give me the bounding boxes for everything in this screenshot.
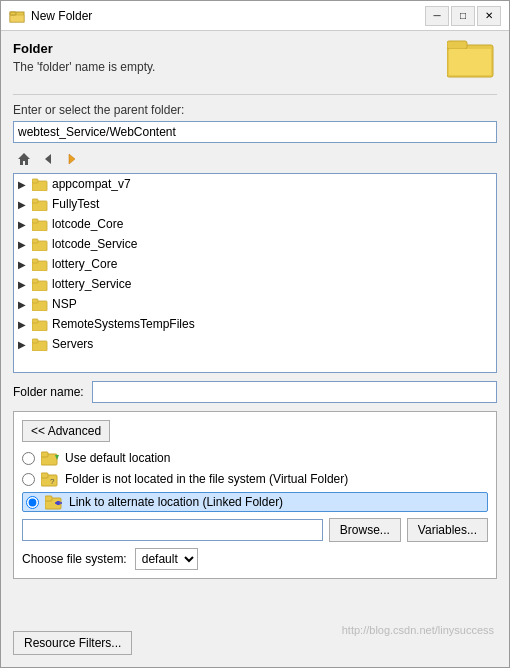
forward-button[interactable] bbox=[61, 149, 83, 169]
resource-filters-button[interactable]: Resource Filters... bbox=[13, 631, 132, 655]
option-default-location: Use default location bbox=[22, 450, 488, 466]
option-virtual-folder: ? Folder is not located in the file syst… bbox=[22, 471, 488, 487]
tree-toggle-icon[interactable]: ▶ bbox=[18, 239, 32, 250]
tree-item[interactable]: ▶ lottery_Core bbox=[14, 254, 496, 274]
maximize-button[interactable]: □ bbox=[451, 6, 475, 26]
tree-items-list: ▶ appcompat_v7▶ FullyTest▶ lotcode_Core▶… bbox=[14, 174, 496, 354]
home-button[interactable] bbox=[13, 149, 35, 169]
tree-toggle-icon[interactable]: ▶ bbox=[18, 339, 32, 350]
tree-item-label: appcompat_v7 bbox=[52, 177, 131, 191]
svg-rect-9 bbox=[32, 179, 38, 183]
home-icon bbox=[17, 152, 31, 166]
tree-item[interactable]: ▶ lotcode_Core bbox=[14, 214, 496, 234]
tree-toggle-icon[interactable]: ▶ bbox=[18, 319, 32, 330]
section-desc: The 'folder' name is empty. bbox=[13, 60, 497, 74]
forward-icon bbox=[65, 152, 79, 166]
tree-item-label: lotcode_Service bbox=[52, 237, 137, 251]
file-system-row: Choose file system: default bbox=[22, 548, 488, 570]
new-folder-dialog: New Folder ─ □ ✕ Folder The 'folder' nam… bbox=[0, 0, 510, 668]
window-title: New Folder bbox=[31, 9, 425, 23]
tree-toggle-icon[interactable]: ▶ bbox=[18, 299, 32, 310]
file-system-select[interactable]: default bbox=[135, 548, 198, 570]
svg-rect-21 bbox=[32, 299, 38, 303]
tree-toggle-icon[interactable]: ▶ bbox=[18, 279, 32, 290]
svg-rect-13 bbox=[32, 219, 38, 223]
svg-rect-33 bbox=[45, 496, 52, 501]
svg-rect-25 bbox=[32, 339, 38, 343]
tree-item-label: lottery_Service bbox=[52, 277, 131, 291]
tree-toggle-icon[interactable]: ▶ bbox=[18, 219, 32, 230]
tree-toggle-icon[interactable]: ▶ bbox=[18, 199, 32, 210]
tree-item[interactable]: ▶ RemoteSystemsTempFiles bbox=[14, 314, 496, 334]
tree-item-label: FullyTest bbox=[52, 197, 99, 211]
tree-item-label: lotcode_Core bbox=[52, 217, 123, 231]
radio-virtual-folder[interactable] bbox=[22, 473, 35, 486]
folder-name-label: Folder name: bbox=[13, 385, 84, 399]
tree-item[interactable]: ▶ FullyTest bbox=[14, 194, 496, 214]
tree-item[interactable]: ▶ Servers bbox=[14, 334, 496, 354]
svg-rect-30 bbox=[41, 473, 48, 478]
label-default-location: Use default location bbox=[65, 451, 170, 465]
variables-button[interactable]: Variables... bbox=[407, 518, 488, 542]
browse-button[interactable]: Browse... bbox=[329, 518, 401, 542]
tree-item-label: Servers bbox=[52, 337, 93, 351]
svg-rect-23 bbox=[32, 319, 38, 323]
section-title: Folder bbox=[13, 41, 497, 56]
folder-icon-area bbox=[447, 35, 497, 82]
path-input[interactable] bbox=[13, 121, 497, 143]
svg-rect-3 bbox=[447, 41, 467, 49]
advanced-button[interactable]: << Advanced bbox=[22, 420, 110, 442]
folder-tree[interactable]: ▶ appcompat_v7▶ FullyTest▶ lotcode_Core▶… bbox=[13, 173, 497, 373]
radio-default-location[interactable] bbox=[22, 452, 35, 465]
parent-folder-label: Enter or select the parent folder: bbox=[13, 103, 497, 117]
folder-icon bbox=[32, 296, 48, 312]
toolbar-row bbox=[13, 147, 497, 171]
tree-item[interactable]: ▶ lottery_Service bbox=[14, 274, 496, 294]
header-area: Folder The 'folder' name is empty. bbox=[13, 41, 497, 74]
folder-icon bbox=[32, 196, 48, 212]
folder-icon bbox=[32, 276, 48, 292]
folder-icon bbox=[32, 336, 48, 352]
folder-virtual-icon: ? bbox=[41, 471, 59, 487]
folder-name-input[interactable] bbox=[92, 381, 497, 403]
minimize-button[interactable]: ─ bbox=[425, 6, 449, 26]
advanced-panel: << Advanced Use default location ? bbox=[13, 411, 497, 579]
svg-point-34 bbox=[56, 501, 60, 505]
svg-rect-1 bbox=[10, 12, 16, 15]
folder-icon bbox=[32, 216, 48, 232]
bottom-row: Resource Filters... bbox=[13, 623, 497, 655]
option-linked-folder: Link to alternate location (Linked Folde… bbox=[22, 492, 488, 512]
folder-icon bbox=[32, 176, 48, 192]
folder-icon bbox=[32, 316, 48, 332]
tree-item-label: RemoteSystemsTempFiles bbox=[52, 317, 195, 331]
linked-location-row: Browse... Variables... bbox=[22, 518, 488, 542]
svg-marker-7 bbox=[69, 154, 75, 164]
radio-linked-folder[interactable] bbox=[26, 496, 39, 509]
back-icon bbox=[41, 152, 55, 166]
tree-item-label: NSP bbox=[52, 297, 77, 311]
svg-rect-4 bbox=[449, 49, 491, 75]
svg-text:?: ? bbox=[50, 477, 55, 486]
svg-rect-19 bbox=[32, 279, 38, 283]
folder-linked-icon bbox=[45, 494, 63, 510]
svg-rect-15 bbox=[32, 239, 38, 243]
label-virtual-folder: Folder is not located in the file system… bbox=[65, 472, 348, 486]
tree-toggle-icon[interactable]: ▶ bbox=[18, 179, 32, 190]
tree-toggle-icon[interactable]: ▶ bbox=[18, 259, 32, 270]
tree-item[interactable]: ▶ NSP bbox=[14, 294, 496, 314]
dialog-content: Folder The 'folder' name is empty. Enter… bbox=[1, 31, 509, 667]
location-input[interactable] bbox=[22, 519, 323, 541]
svg-rect-27 bbox=[41, 452, 48, 457]
folder-large-icon bbox=[447, 35, 497, 79]
svg-marker-6 bbox=[45, 154, 51, 164]
tree-item[interactable]: ▶ lotcode_Service bbox=[14, 234, 496, 254]
close-button[interactable]: ✕ bbox=[477, 6, 501, 26]
tree-item-label: lottery_Core bbox=[52, 257, 117, 271]
tree-item[interactable]: ▶ appcompat_v7 bbox=[14, 174, 496, 194]
back-button[interactable] bbox=[37, 149, 59, 169]
svg-rect-17 bbox=[32, 259, 38, 263]
file-system-label: Choose file system: bbox=[22, 552, 127, 566]
folder-icon bbox=[32, 236, 48, 252]
svg-rect-11 bbox=[32, 199, 38, 203]
folder-default-icon bbox=[41, 450, 59, 466]
